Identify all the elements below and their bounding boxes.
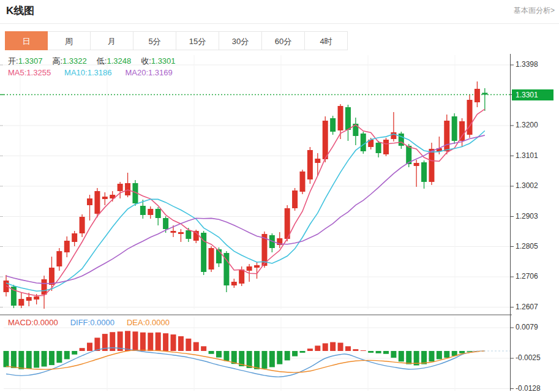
- tab-interval-3[interactable]: 5分: [133, 31, 176, 50]
- ma5-line: [6, 109, 485, 296]
- ohlc-row-item-3: 收:1.3301: [141, 56, 175, 67]
- current-price-tag: 1.3301: [512, 89, 553, 100]
- fundamental-analysis-link[interactable]: 基本面分析>: [514, 6, 555, 16]
- price-axis-tick-5: 1.2805: [516, 242, 538, 251]
- ohlc-readout: 开:1.3307高:1.3322低:1.3248收:1.3301: [8, 56, 186, 67]
- ma10-line: [6, 131, 485, 292]
- price-axis-tick-3: 1.3002: [516, 181, 538, 190]
- tab-interval-6[interactable]: 60分: [262, 31, 305, 50]
- ma20-line: [6, 135, 485, 284]
- price-axis-tick-1: 1.3200: [516, 121, 538, 129]
- tab-interval-7[interactable]: 4时: [305, 31, 348, 50]
- macd-axis-tick-1: -0.0025: [516, 353, 541, 362]
- tab-interval-4[interactable]: 15分: [176, 31, 219, 50]
- macd-row-item-1: DIFF:0.0000: [70, 318, 114, 327]
- price-axis-tick-6: 1.2706: [516, 272, 538, 281]
- interval-tabbar: 日周月5分15分30分60分4时: [5, 31, 348, 50]
- price-axis-tick-0: 1.3398: [516, 60, 538, 69]
- macd-row-item-0: MACD:0.0000: [8, 318, 58, 327]
- ohlc-row-item-1: 高:1.3322: [52, 56, 86, 67]
- tab-interval-5[interactable]: 30分: [219, 31, 262, 50]
- tab-interval-0[interactable]: 日: [5, 31, 48, 50]
- ohlc-row-item-0: 开:1.3307: [8, 56, 42, 67]
- ohlc-row-item-2: 低:1.3248: [97, 56, 131, 67]
- price-axis-tick-4: 1.2903: [516, 212, 538, 221]
- ma-row-item-1: MA10:1.3186: [64, 68, 111, 77]
- page-title: K线图: [6, 4, 34, 18]
- macd-axis-tick-2: -0.0128: [516, 384, 541, 392]
- ma-row-item-0: MA5:1.3255: [8, 68, 51, 77]
- price-axis-tick-7: 1.2607: [516, 303, 538, 311]
- ma-readout: MA5:1.3255MA10:1.3186MA20:1.3169: [8, 68, 186, 77]
- diff-line: [6, 348, 485, 377]
- macd-axis-tick-0: 0.0079: [516, 323, 538, 331]
- tab-interval-2[interactable]: 月: [91, 31, 133, 50]
- tab-interval-1[interactable]: 周: [48, 31, 91, 50]
- price-axis-tick-2: 1.3101: [516, 151, 538, 160]
- macd-readout: MACD:0.0000DIFF:0.0000DEA:0.0000: [8, 318, 182, 327]
- macd-row-item-2: DEA:0.0000: [127, 318, 170, 327]
- ma-row-item-2: MA20:1.3169: [125, 68, 172, 77]
- title-divider: [0, 23, 559, 24]
